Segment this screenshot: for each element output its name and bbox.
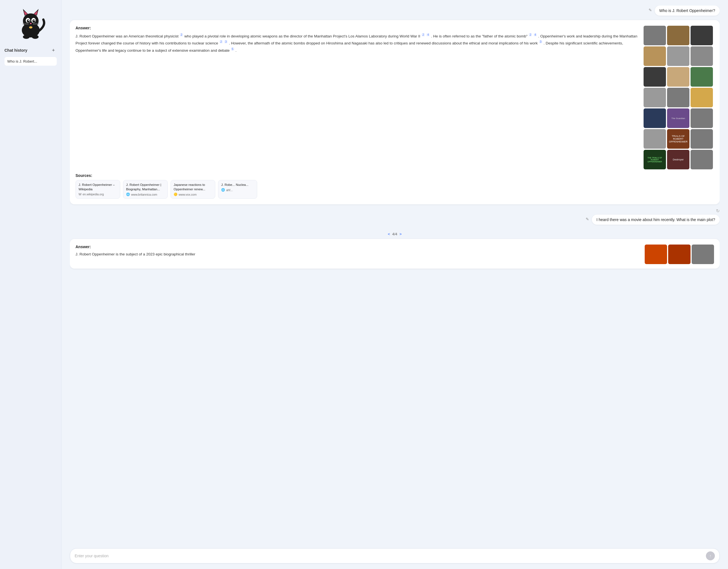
cite-3[interactable]: 4	[426, 33, 430, 36]
pagination-next[interactable]: >	[400, 232, 402, 236]
second-question-bubble: I heard there was a movie about him rece…	[592, 215, 720, 225]
grid-img-1[interactable]	[667, 26, 689, 45]
second-img-1[interactable]	[668, 245, 691, 264]
main-content: ✎ Who is J. Robert Oppenheimer? Answer: …	[62, 0, 728, 569]
pagination-prev[interactable]: <	[388, 232, 390, 236]
grid-img-14[interactable]	[691, 108, 713, 128]
first-answer-content-row: Answer: J. Robert Oppenheimer was an Ame…	[75, 26, 714, 169]
grid-img-10[interactable]	[667, 88, 689, 107]
refresh-button[interactable]: ↻	[716, 208, 720, 214]
grid-img-19[interactable]: Destroyer	[667, 150, 689, 169]
svg-point-11	[34, 20, 35, 21]
source-icon-0: W	[79, 193, 81, 196]
source-url-text-2: www.vox.com	[179, 193, 197, 196]
first-answer-image-grid: The Guardian TRIALS OF ROBERT OPPENHEIME…	[644, 26, 714, 169]
svg-point-10	[28, 20, 29, 21]
first-answer-label: Answer:	[75, 26, 639, 30]
source-title-1: J. Robert Oppenheimer | Biography, Manha…	[126, 183, 165, 192]
pagination-label: 4/4	[392, 232, 397, 236]
sources-section: Sources: J. Robert Oppenheimer – Wikiped…	[75, 173, 714, 200]
sources-row: J. Robert Oppenheimer – Wikipedia W en.w…	[75, 180, 714, 200]
svg-point-19	[29, 26, 32, 29]
grid-img-13[interactable]: The Guardian	[667, 108, 689, 128]
cite-7[interactable]: 3	[224, 40, 228, 43]
cite-9[interactable]: 5	[231, 48, 234, 51]
grid-img-0[interactable]	[644, 26, 666, 45]
cite-1[interactable]: 2	[180, 33, 183, 36]
svg-point-12	[30, 23, 32, 24]
grid-img-17[interactable]	[691, 129, 713, 149]
cite-6[interactable]: 2	[219, 40, 223, 43]
source-card-1[interactable]: J. Robert Oppenheimer | Biography, Manha…	[123, 180, 168, 199]
grid-img-7[interactable]	[667, 67, 689, 87]
question-input[interactable]	[75, 554, 703, 558]
source-title-2: Japanese reactions to Oppenheimer renew.…	[174, 183, 212, 192]
pagination-row: < 4/4 >	[70, 232, 720, 236]
scroll-area: ✎ Who is J. Robert Oppenheimer? Answer: …	[70, 6, 720, 548]
first-question-edit-button[interactable]: ✎	[649, 8, 652, 12]
source-url-2: 🟡 www.vox.com	[174, 193, 212, 196]
sidebar: Chat history + Who is J. Robert...	[0, 0, 62, 569]
grid-img-4[interactable]	[667, 46, 689, 66]
second-answer-text: J. Robert Oppenheimer is the subject of …	[75, 251, 640, 258]
refresh-area: ↻	[70, 208, 720, 214]
history-item-0[interactable]: Who is J. Robert...	[4, 57, 57, 66]
source-title-3: J. Robe... Nuclea...	[221, 183, 254, 187]
grid-img-12[interactable]	[644, 108, 666, 128]
svg-point-1	[23, 13, 39, 29]
svg-point-9	[32, 19, 35, 23]
first-answer-text-area: Answer: J. Robert Oppenheimer was an Ame…	[75, 26, 639, 169]
svg-point-18	[32, 35, 39, 39]
first-question-bubble: Who is J. Robert Oppenheimer?	[655, 6, 720, 16]
logo-area	[14, 6, 48, 40]
second-answer-card: Answer: J. Robert Oppenheimer is the sub…	[70, 239, 720, 269]
second-img-2[interactable]	[692, 245, 714, 264]
second-answer-text-area: Answer: J. Robert Oppenheimer is the sub…	[75, 245, 640, 264]
chat-history-header: Chat history +	[4, 47, 57, 54]
second-img-0[interactable]	[645, 245, 667, 264]
first-answer-card: Answer: J. Robert Oppenheimer was an Ame…	[70, 20, 720, 204]
source-card-3[interactable]: J. Robe... Nuclea... 🌐 ahf...	[218, 180, 257, 199]
grid-img-6[interactable]	[644, 67, 666, 87]
svg-point-17	[23, 35, 30, 39]
source-icon-3: 🌐	[221, 188, 225, 192]
send-button[interactable]: ↑	[706, 551, 715, 560]
grid-img-16[interactable]: TRIALS OF ROBERT OPPENHEIMER	[667, 129, 689, 149]
second-question-row: ✎ I heard there was a movie about him re…	[70, 215, 720, 225]
source-url-text-3: ahf...	[226, 188, 233, 192]
source-icon-1: 🌐	[126, 193, 130, 196]
source-card-0[interactable]: J. Robert Oppenheimer – Wikipedia W en.w…	[75, 180, 120, 199]
svg-point-8	[27, 19, 30, 23]
first-question-row: ✎ Who is J. Robert Oppenheimer?	[70, 6, 720, 16]
source-url-0: W en.wikipedia.org	[79, 193, 117, 196]
cite-8[interactable]: 3	[539, 40, 542, 43]
grid-img-8[interactable]	[691, 67, 713, 87]
cite-5[interactable]: 4	[534, 33, 537, 36]
source-url-1: 🌐 www.britannica.com	[126, 193, 165, 196]
cite-4[interactable]: 2	[529, 33, 532, 36]
grid-img-18[interactable]: THE TRIALS OF ROBERT OPPENHEIMER	[644, 150, 666, 169]
second-question-edit-button[interactable]: ✎	[586, 217, 589, 221]
source-url-text-1: www.britannica.com	[131, 193, 157, 196]
grid-img-3[interactable]	[644, 46, 666, 66]
source-url-text-0: en.wikipedia.org	[82, 193, 104, 196]
source-url-3: 🌐 ahf...	[221, 188, 254, 192]
input-bar: ↑	[70, 548, 720, 563]
add-chat-button[interactable]: +	[50, 47, 57, 54]
source-icon-2: 🟡	[174, 193, 178, 196]
second-answer-images	[645, 245, 714, 264]
grid-img-11[interactable]	[691, 88, 713, 107]
cite-2[interactable]: 2	[422, 33, 425, 36]
source-card-2[interactable]: Japanese reactions to Oppenheimer renew.…	[171, 180, 215, 199]
cat-logo	[14, 6, 48, 39]
grid-img-2[interactable]	[691, 26, 713, 45]
grid-img-9[interactable]	[644, 88, 666, 107]
grid-img-20[interactable]	[691, 150, 713, 169]
second-answer-label: Answer:	[75, 245, 640, 249]
grid-img-15[interactable]	[644, 129, 666, 149]
first-answer-text: J. Robert Oppenheimer was an American th…	[75, 32, 639, 54]
chat-history-title: Chat history	[4, 48, 27, 53]
source-title-0: J. Robert Oppenheimer – Wikipedia	[79, 183, 117, 192]
sources-label: Sources:	[75, 173, 714, 178]
grid-img-5[interactable]	[691, 46, 713, 66]
